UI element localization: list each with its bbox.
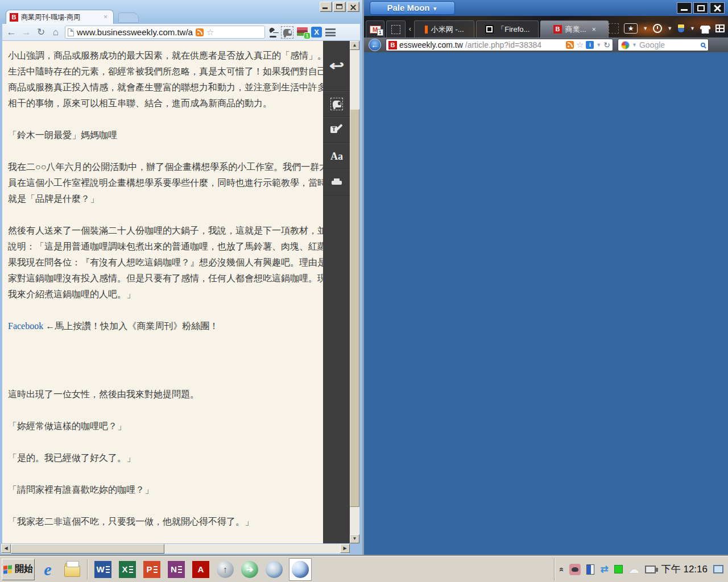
history-clock-icon[interactable] xyxy=(653,24,662,33)
clearly-highlight-button[interactable]: T xyxy=(323,117,350,143)
businessweekly-favicon: B xyxy=(553,25,562,34)
home-icon[interactable] xyxy=(700,26,710,34)
bookmark-star-icon[interactable]: ☆ xyxy=(206,27,214,38)
new-tab-button[interactable] xyxy=(118,13,139,23)
evernote-clipper-icon[interactable] xyxy=(281,26,293,39)
acrobat-icon[interactable]: A xyxy=(191,560,210,579)
shield-icon[interactable] xyxy=(677,24,685,33)
reload-icon[interactable]: ↻ xyxy=(35,26,47,38)
url-domain[interactable]: essweekly.com.tw xyxy=(399,40,463,49)
tray-cloud-icon[interactable]: ☁ xyxy=(628,563,639,576)
identity-info-icon[interactable]: i xyxy=(586,41,594,49)
tab-groups-icon[interactable] xyxy=(715,24,725,32)
tab-businessweekly-active[interactable]: B 商業... × xyxy=(540,20,609,38)
tab-close-icon[interactable]: × xyxy=(104,13,107,21)
tab-xiaomi[interactable]: 小米网 -... xyxy=(414,20,474,38)
scroll-right-button[interactable]: ▶ xyxy=(340,544,350,553)
excel-icon[interactable]: X xyxy=(118,560,137,579)
bookmark-star-icon[interactable]: ☆ xyxy=(576,40,584,50)
clearly-font-button[interactable]: Aa xyxy=(323,143,350,169)
vertical-scrollbar[interactable]: ▲ ▼ xyxy=(350,41,359,543)
article-paragraph: 「我家老二非這個不吃，只要我一做，他就開心得不得了。」 xyxy=(8,514,323,530)
facebook-link[interactable]: Facebook xyxy=(8,321,43,331)
rss-icon[interactable] xyxy=(196,28,204,36)
show-desktop-icon[interactable] xyxy=(713,565,723,573)
start-button[interactable]: 開始 xyxy=(2,559,35,580)
reload-icon[interactable]: ↻ xyxy=(603,40,610,49)
green-globe-icon[interactable]: ➔ xyxy=(240,560,259,579)
iron-browser-icon[interactable] xyxy=(264,560,284,579)
pinned-tab-empty[interactable] xyxy=(386,20,405,38)
rss-icon[interactable] xyxy=(566,41,574,49)
clearly-sidebar: ↩ T Aa xyxy=(323,41,350,543)
tray-green-status-icon[interactable] xyxy=(614,565,623,573)
home-icon[interactable]: ⌂ xyxy=(50,27,61,38)
bookmarks-menu-button[interactable]: ★ xyxy=(624,23,638,34)
back-button[interactable]: ← xyxy=(369,39,381,51)
article-paragraph: 我在二○○八年六月的公開活動中，辦了個企畫構想學系的小工作室。我們一群大學教職員… xyxy=(8,159,323,207)
font-options-icon: Aa xyxy=(330,151,343,163)
word-icon[interactable]: W xyxy=(93,560,113,579)
tray-dictionary-icon[interactable] xyxy=(586,564,594,575)
clearly-print-button[interactable] xyxy=(323,169,350,196)
url-text[interactable]: www.businessweekly.com.tw/a xyxy=(77,27,193,37)
scroll-up-button[interactable]: ▲ xyxy=(350,41,359,50)
url-path[interactable]: /article.php?id=38384 xyxy=(465,40,564,49)
close-button[interactable] xyxy=(710,2,725,14)
clipper-ghost-icon[interactable] xyxy=(609,23,619,34)
xmarks-icon[interactable]: X xyxy=(311,27,322,38)
article-paragraph: 「妳經常做這樣的咖哩吧？」 xyxy=(8,418,323,434)
close-button[interactable] xyxy=(347,2,359,12)
address-bar[interactable]: www.businessweekly.com.tw/a ☆ xyxy=(65,26,265,39)
tray-app-icon[interactable] xyxy=(569,564,581,575)
palemoon-titlebar[interactable]: Pale Moon ▼ xyxy=(364,0,728,16)
chevron-down-icon[interactable]: ▼ xyxy=(690,26,695,31)
forward-icon[interactable]: → xyxy=(20,27,32,38)
back-icon[interactable]: ← xyxy=(6,27,17,38)
hscroll-thumb[interactable] xyxy=(11,544,164,554)
palemoon-menu-button[interactable]: Pale Moon ▼ xyxy=(370,1,455,15)
tab-firefox-article[interactable]: 「Firefo... xyxy=(476,20,539,38)
powerpoint-icon[interactable]: P xyxy=(142,560,162,579)
scroll-down-button[interactable]: ▼ xyxy=(350,534,359,543)
tray-chevron-icon[interactable]: « xyxy=(557,567,566,572)
clearly-lamp-icon[interactable] xyxy=(268,27,278,38)
menu-icon[interactable] xyxy=(325,28,336,36)
search-input[interactable]: Google xyxy=(639,40,698,49)
chevron-down-icon[interactable]: ▼ xyxy=(643,26,648,31)
palemoon-taskbar-icon[interactable] xyxy=(289,558,312,581)
divider xyxy=(87,559,88,580)
taskbar-clock[interactable]: 下午 12:16 xyxy=(661,563,708,576)
extension-bars-icon[interactable]: 1 xyxy=(297,27,308,37)
search-bar[interactable]: ▼ Google xyxy=(618,39,709,51)
tab-close-icon[interactable]: × xyxy=(592,26,596,34)
clearly-return-button[interactable]: ↩ xyxy=(323,41,350,91)
browser-tab[interactable]: B 商業周刊-職場-商周 × xyxy=(6,10,114,24)
address-bar[interactable]: B essweekly.com.tw /article.php?id=38384… xyxy=(386,39,613,51)
onenote-icon[interactable]: N xyxy=(167,560,186,579)
left-article-content: 小山強調，商品或服務成功的最大因素，就在供應者是否放入真正的「感情」。感情是生活… xyxy=(2,41,323,543)
clearly-clip-button[interactable] xyxy=(323,91,350,117)
chevron-down-icon: ▼ xyxy=(432,6,438,12)
maximize-button[interactable] xyxy=(693,2,708,14)
internet-explorer-icon[interactable]: e xyxy=(38,560,57,579)
maximize-button[interactable] xyxy=(333,2,346,12)
tray-sync-icon[interactable]: ⇄ xyxy=(600,563,608,575)
pinned-tab-gmail[interactable]: M 1 xyxy=(366,20,384,38)
chevron-down-icon[interactable]: ▼ xyxy=(632,42,637,48)
xiaomi-favicon xyxy=(425,26,428,34)
minimize-button[interactable] xyxy=(320,2,332,12)
search-magnifier-icon[interactable] xyxy=(701,43,705,47)
blank-favicon-icon xyxy=(391,25,400,34)
tab-scroll-left-icon[interactable]: ‹ xyxy=(409,24,411,33)
tray-network-icon[interactable] xyxy=(645,566,656,573)
silver-globe-icon[interactable]: ↑ xyxy=(216,560,235,579)
file-explorer-icon[interactable] xyxy=(63,560,82,579)
horizontal-scrollbar[interactable]: ◀ ▶ xyxy=(1,544,350,554)
scrollbar-thumb[interactable] xyxy=(350,109,359,507)
chevron-down-icon[interactable]: ▼ xyxy=(667,26,672,31)
minimize-button[interactable] xyxy=(677,2,692,14)
scroll-left-button[interactable]: ◀ xyxy=(1,544,11,553)
navigation-bar: ← B essweekly.com.tw /article.php?id=383… xyxy=(364,38,728,52)
chevron-down-icon[interactable]: ▼ xyxy=(596,42,601,48)
